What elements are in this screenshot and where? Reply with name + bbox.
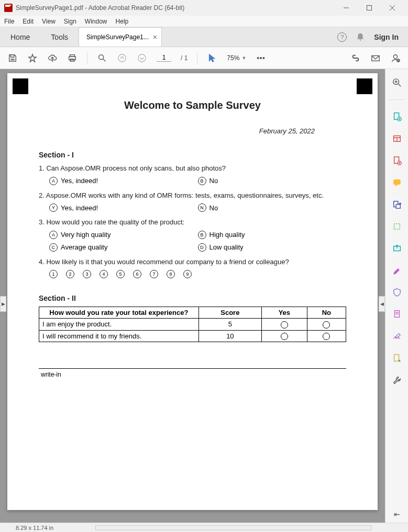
bubble-2: 2 [66,270,74,278]
maximize-button[interactable] [358,0,381,16]
main-area: ▶ ◀ Welcome to Sample Survey February 25… [0,69,408,523]
q4-bubbles: 123456789 [49,270,346,278]
app-icon [4,4,13,12]
th-score: Score [199,307,261,319]
cell-yes [262,319,307,331]
shield-icon[interactable] [392,287,402,298]
sign-icon[interactable] [392,331,402,342]
more-icon[interactable] [256,53,266,63]
writein-label: write-in [39,371,346,378]
mail-icon[interactable] [370,53,381,63]
separator [87,52,87,64]
q4-text: 4. How likely is it that you would recom… [39,257,346,267]
comment-icon[interactable] [392,177,402,188]
expand-panel-icon[interactable]: ⇤ [394,510,400,518]
profile-icon[interactable] [390,53,401,63]
cell-no [307,330,346,342]
bubble-3: 3 [83,270,91,278]
page-total: / 1 [181,54,188,62]
expand-left-icon[interactable]: ▶ [0,296,6,312]
bubble-b: B [198,177,206,185]
page-icon[interactable] [392,309,402,320]
doc-title: Welcome to Sample Survey [39,99,346,111]
crop-icon[interactable] [392,221,402,232]
close-tab-icon[interactable]: × [153,33,157,41]
menu-view[interactable]: View [42,18,56,25]
expand-right-icon[interactable]: ◀ [379,296,385,312]
menu-sign[interactable]: Sign [64,18,76,25]
tab-home[interactable]: Home [0,27,40,47]
bubble-b: B [198,231,206,239]
zoom-select[interactable]: 75% ▼ [227,54,246,62]
svg-point-4 [360,39,361,41]
highlight-icon[interactable] [392,265,402,276]
svg-point-11 [138,54,146,61]
create-pdf-icon[interactable] [392,111,402,122]
svg-rect-35 [393,180,400,185]
svg-point-44 [398,360,400,362]
th-no: No [307,307,346,319]
scrollbar-horizontal[interactable] [95,525,371,530]
q1-option-a: AYes, indeed! [49,177,198,185]
menu-edit[interactable]: Edit [23,18,34,25]
save-icon[interactable] [7,53,18,63]
titlebar: SimpleSurveyPage1.pdf - Adobe Acrobat Re… [0,0,408,16]
wrench-icon[interactable] [392,375,402,386]
sign-in-button[interactable]: Sign In [374,33,399,41]
stamp-icon[interactable] [392,353,402,364]
convert-icon[interactable] [392,199,402,210]
page-input[interactable] [157,54,171,62]
cell-text: I will recommend it to my friends. [39,330,199,342]
document-viewport[interactable]: ▶ ◀ Welcome to Sample Survey February 25… [0,69,385,523]
edit-pdf-icon[interactable] [392,155,402,166]
tab-tools[interactable]: Tools [40,27,79,47]
tab-document[interactable]: SimpleSurveyPage1... × [79,27,162,47]
bell-icon[interactable] [355,32,366,42]
cell-score: 5 [199,319,261,331]
bubble-c: C [49,243,58,252]
bubble-9: 9 [183,270,192,278]
bubble-n: N [198,203,206,212]
cell-no [307,319,346,331]
q2-option-y: YYes, indeed! [49,203,198,212]
section1-title: Section - I [39,151,346,159]
window-title: SimpleSurveyPage1.pdf - Adobe Acrobat Re… [16,4,335,12]
side-panel: ⇤ [385,69,408,523]
export-icon[interactable] [392,243,402,254]
menu-window[interactable]: Window [85,18,107,25]
q1-text: 1. Can Aspose.OMR process not only scans… [39,163,346,174]
bubble-7: 7 [150,270,158,278]
q3-text: 3. How would you rate the quality of the… [39,217,346,228]
svg-point-12 [258,57,259,59]
link-icon[interactable] [350,53,361,63]
cloud-icon[interactable] [47,53,58,63]
bubble-6: 6 [133,270,141,278]
search-plus-icon[interactable] [392,77,402,88]
table-row: I am enjoy the product.5 [39,319,346,331]
page-up-icon[interactable] [117,53,127,63]
minimize-button[interactable] [335,0,358,16]
find-icon[interactable] [97,53,107,63]
th-yes: Yes [262,307,307,319]
help-icon[interactable]: ? [337,32,347,42]
cursor-icon[interactable] [207,53,217,63]
menu-file[interactable]: File [4,18,14,25]
marker-top-right [357,78,372,94]
print-icon[interactable] [67,53,78,63]
bubble-8: 8 [167,270,175,278]
svg-line-21 [398,84,401,87]
cell-text: I am enjoy the product. [39,319,199,331]
doc-date: February 25, 2022 [39,127,346,135]
svg-point-16 [393,54,397,58]
writein-line [39,368,346,369]
svg-rect-43 [394,355,399,361]
menu-help[interactable]: Help [116,18,129,25]
bubble-5: 5 [116,270,125,278]
q2-option-n: NNo [198,203,347,212]
star-icon[interactable] [27,53,38,63]
page-down-icon[interactable] [137,53,147,63]
layout-icon[interactable] [392,133,402,144]
cell-score: 10 [199,330,261,342]
close-button[interactable] [381,0,404,16]
page-dimensions: 8.29 x 11.74 in [16,525,53,531]
